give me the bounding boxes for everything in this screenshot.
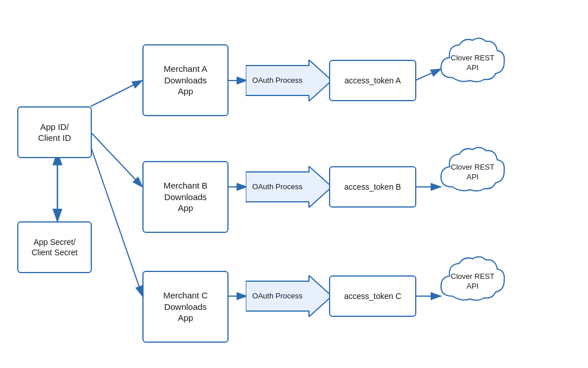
merchant-b-box: Merchant B Downloads App (142, 161, 229, 233)
oauth-a-text: OAuth Process (252, 76, 303, 85)
oauth-b-text: OAuth Process (252, 182, 303, 191)
svg-text:Clover REST: Clover REST (451, 53, 494, 62)
svg-line-3 (91, 80, 142, 106)
cloud-a-svg: Clover REST API (435, 34, 510, 98)
cloud-b: Clover REST API (435, 144, 510, 207)
oauth-arrow-c: OAuth Process (246, 275, 332, 317)
merchant-c-label: Merchant C Downloads App (163, 290, 208, 324)
oauth-c-text: OAuth Process (252, 292, 303, 300)
merchant-a-box: Merchant A Downloads App (142, 44, 229, 116)
svg-text:API: API (467, 282, 479, 290)
svg-line-4 (91, 132, 142, 187)
token-c-label: access_token C (344, 291, 401, 301)
oauth-arrow-b-svg: OAuth Process (246, 166, 332, 208)
token-a-label: access_token A (345, 75, 401, 86)
oauth-arrow-c-svg: OAuth Process (246, 275, 332, 317)
svg-line-5 (91, 147, 142, 296)
svg-text:API: API (467, 172, 479, 181)
app-id-box: App ID/ Client ID (17, 106, 92, 158)
merchant-c-box: Merchant C Downloads App (142, 271, 229, 343)
cloud-c-svg: Clover REST API (435, 253, 510, 316)
cloud-b-svg: Clover REST API (435, 144, 510, 207)
oauth-arrow-b: OAuth Process (246, 166, 332, 208)
oauth-arrow-a-svg: OAuth Process (246, 60, 332, 101)
merchant-b-label: Merchant B Downloads App (164, 180, 208, 214)
app-secret-box: App Secret/ Client Secret (17, 221, 92, 273)
token-c-box: access_token C (329, 275, 416, 317)
cloud-a: Clover REST API (435, 34, 510, 98)
merchant-a-label: Merchant A Downloads App (164, 63, 207, 97)
svg-text:Clover REST: Clover REST (451, 272, 494, 281)
app-secret-label: App Secret/ Client Secret (32, 237, 78, 258)
svg-text:Clover REST: Clover REST (451, 163, 494, 171)
svg-text:API: API (467, 63, 479, 72)
app-id-label: App ID/ Client ID (38, 121, 71, 144)
cloud-c: Clover REST API (435, 253, 510, 316)
diagram: App ID/ Client ID App Secret/ Client Sec… (0, 0, 588, 368)
token-a-box: access_token A (329, 60, 416, 101)
token-b-label: access_token B (345, 182, 401, 192)
oauth-arrow-a: OAuth Process (246, 60, 332, 101)
token-b-box: access_token B (329, 166, 416, 208)
